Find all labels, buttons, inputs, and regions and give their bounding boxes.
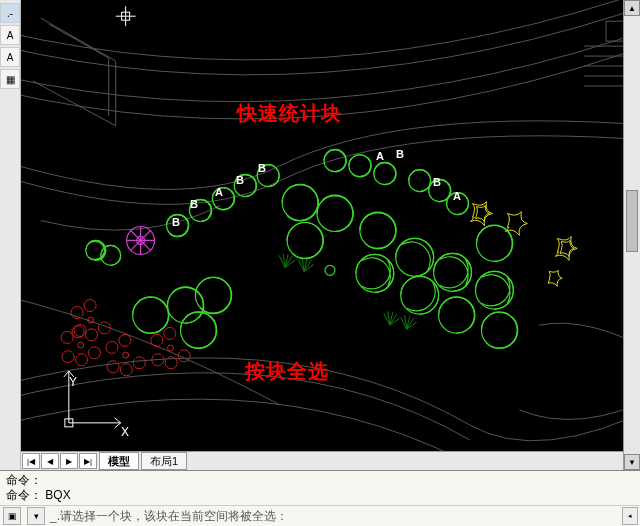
block-label: B [396, 148, 404, 160]
canvas-area: B B A B B A B B A 快速统计块 按块全选 X Y |◀ ◀ [21, 0, 623, 470]
left-toolbar: .- A A ▦ [0, 0, 21, 470]
block-label: B [236, 174, 244, 186]
tool-item[interactable]: A [0, 25, 20, 45]
block-label: A [453, 190, 461, 202]
command-history-line: 命令： [6, 473, 634, 488]
scroll-down-arrow[interactable]: ▼ [624, 454, 640, 470]
command-input[interactable]: _.请选择一个块，该块在当前空间将被全选： [48, 508, 622, 525]
command-history: 命令： 命令： BQX [0, 471, 640, 506]
svg-point-7 [78, 342, 84, 348]
command-run-icon[interactable]: ▣ [3, 507, 21, 525]
block-label: A [376, 150, 384, 162]
svg-point-8 [123, 352, 129, 358]
block-label: B [172, 216, 180, 228]
tool-item[interactable]: .- [0, 3, 20, 23]
scroll-up-arrow[interactable]: ▲ [624, 0, 640, 16]
block-label: B [190, 198, 198, 210]
drawing-canvas[interactable]: B B A B B A B B A 快速统计块 按块全选 X Y [21, 0, 623, 451]
scroll-thumb[interactable] [626, 190, 638, 252]
svg-point-25 [325, 265, 335, 275]
command-area: 命令： 命令： BQX ▣ ▾ _.请选择一个块，该块在当前空间将被全选： ◂ [0, 470, 640, 526]
chevron-down-icon[interactable]: ▾ [27, 507, 45, 525]
annotation-action: 按块全选 [245, 358, 329, 385]
workspace: .- A A ▦ [0, 0, 640, 470]
svg-point-9 [168, 345, 174, 351]
tab-nav-next[interactable]: ▶ [60, 453, 78, 469]
cad-app: .- A A ▦ [0, 0, 640, 526]
tab-layout1[interactable]: 布局1 [141, 452, 187, 470]
vertical-scrollbar[interactable]: ▲ ▼ [623, 0, 640, 470]
tab-nav-last[interactable]: ▶| [79, 453, 97, 469]
svg-rect-5 [606, 21, 623, 41]
block-label: B [258, 162, 266, 174]
layout-tab-bar: |◀ ◀ ▶ ▶| 模型 布局1 [21, 451, 623, 470]
tab-nav-prev[interactable]: ◀ [41, 453, 59, 469]
ucs-x-label: X [121, 425, 129, 439]
block-label: B [433, 176, 441, 188]
tool-item[interactable]: A [0, 47, 20, 67]
command-dropdown-icon[interactable]: ◂ [622, 507, 638, 525]
command-input-row: ▣ ▾ _.请选择一个块，该块在当前空间将被全选： ◂ [0, 506, 640, 526]
command-history-line: 命令： BQX [6, 488, 634, 503]
ucs-y-label: Y [69, 375, 77, 389]
annotation-title: 快速统计块 [237, 100, 342, 127]
tab-nav-first[interactable]: |◀ [22, 453, 40, 469]
tool-item[interactable]: ▦ [0, 69, 20, 89]
tab-model[interactable]: 模型 [99, 452, 139, 470]
block-label: A [215, 186, 223, 198]
